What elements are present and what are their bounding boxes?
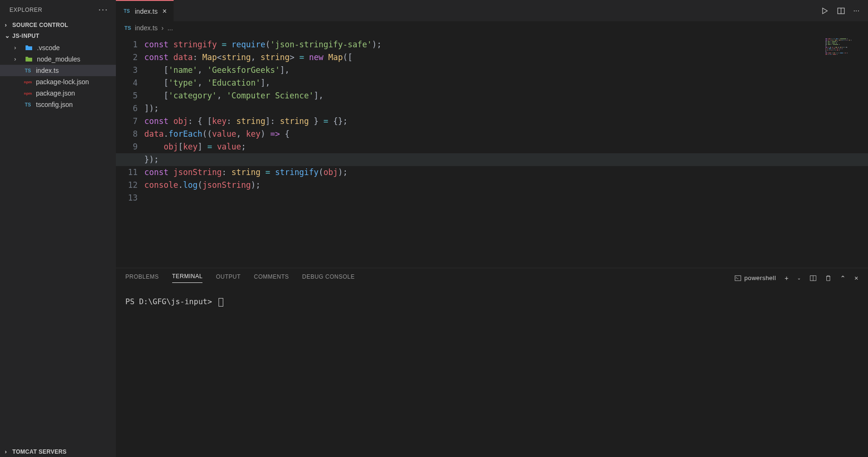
explorer-sidebar: EXPLORER ··· › SOURCE CONTROL ⌄ JS-INPUT… [0,0,116,457]
breadcrumb[interactable]: TS index.ts › ... [116,21,868,35]
section-tomcat[interactable]: › TOMCAT SERVERS [0,446,116,457]
code-line[interactable]: obj[key] = value; [144,141,868,153]
folder-item[interactable]: ›.vscode [0,42,116,53]
code-line[interactable]: const jsonString: string = stringify(obj… [144,166,868,179]
split-editor-icon[interactable] [837,7,845,15]
panel-tab-problems[interactable]: PROBLEMS [125,273,159,283]
panel-tab-debug-console[interactable]: DEBUG CONSOLE [302,273,355,283]
code-line[interactable]: const data: Map<string, string> = new Ma… [144,51,868,64]
item-label: package.json [36,89,75,97]
item-label: .vscode [37,44,60,52]
folder-icon [25,55,33,63]
line-number: 12 [116,179,138,192]
line-number: 7 [116,115,138,128]
folder-item[interactable]: ›node_modules [0,53,116,65]
file-item[interactable]: TSindex.ts [0,65,116,76]
line-number: 11 [116,166,138,179]
section-label: TOMCAT SERVERS [12,448,67,455]
code-line[interactable]: console.log(jsonString); [144,179,868,192]
ts-icon: TS [24,100,32,109]
line-number: 4 [116,77,138,89]
terminal-dropdown-icon[interactable]: ⌄ [797,275,801,281]
close-panel-icon[interactable]: × [854,274,859,282]
code-line[interactable]: const stringify = require('json-stringif… [144,38,868,51]
tab-indexts[interactable]: TS index.ts × [116,0,174,21]
line-number: 8 [116,128,138,141]
line-number: 3 [116,64,138,77]
terminal-cursor [219,298,223,307]
code-line[interactable]: data.forEach((value, key) => { [144,128,868,141]
shell-label: powershell [744,274,776,281]
line-number: 6 [116,102,138,115]
section-label: SOURCE CONTROL [12,22,68,28]
line-gutter: 12345678910111213 [116,35,144,268]
split-terminal-icon[interactable] [810,275,816,281]
tabs-bar: TS index.ts × ··· [116,0,868,21]
tabs-actions: ··· [813,7,868,15]
line-number: 1 [116,38,138,51]
breadcrumb-file: index.ts [135,24,158,32]
breadcrumb-separator: › [161,24,164,32]
chevron-right-icon: › [5,448,12,455]
code-line[interactable]: ['name', 'GeeksforGeeks'], [144,64,868,77]
line-number: 5 [116,89,138,102]
item-label: tsconfig.json [36,101,73,108]
ts-icon: TS [124,25,131,31]
panel-tabs: PROBLEMSTERMINALOUTPUTCOMMENTSDEBUG CONS… [116,268,868,288]
line-number: 9 [116,141,138,153]
shell-select[interactable]: powershell [735,274,776,281]
terminal-prompt: PS D:\GFG\js-input> [125,297,212,306]
svg-rect-2 [735,275,741,281]
breadcrumb-more: ... [167,24,173,32]
ts-icon: TS [24,66,32,75]
file-item[interactable]: npmpackage.json [0,88,116,99]
explorer-more-icon[interactable]: ··· [98,5,108,15]
file-item[interactable]: TStsconfig.json [0,99,116,110]
code-line[interactable]: }); [144,153,868,166]
item-label: index.ts [36,67,59,74]
code-line[interactable] [144,192,868,204]
chevron-up-icon[interactable]: ⌃ [840,274,846,282]
panel-actions: powershell + ⌄ ⌃ × [735,274,859,282]
line-number: 13 [116,192,138,204]
trash-icon[interactable] [825,275,832,281]
npm-icon: npm [24,89,32,97]
folder-icon [25,44,33,52]
section-source-control[interactable]: › SOURCE CONTROL [0,19,116,30]
chevron-right-icon: › [5,21,12,28]
section-label: JS-INPUT [12,33,39,39]
file-item[interactable]: npmpackage-lock.json [0,76,116,88]
code-line[interactable]: ['category', 'Computer Science'], [144,89,868,102]
explorer-header: EXPLORER ··· [0,0,116,19]
bottom-panel: PROBLEMSTERMINALOUTPUTCOMMENTSDEBUG CONS… [116,268,868,457]
explorer-title: EXPLORER [9,7,42,13]
panel-tab-output[interactable]: OUTPUT [216,273,240,283]
tab-label: index.ts [135,8,158,15]
ts-icon: TS [123,7,131,16]
code-area[interactable]: const stringify = require('json-stringif… [144,35,868,268]
code-line[interactable]: ['type', 'Education'], [144,77,868,89]
editor[interactable]: 12345678910111213 const stringify = requ… [116,35,868,268]
item-label: package-lock.json [36,78,89,86]
chevron-right-icon: › [14,56,21,62]
file-tree: ›.vscode›node_modulesTSindex.tsnpmpackag… [0,41,116,446]
main-area: TS index.ts × ··· TS index.ts › ... 1234… [116,0,868,457]
new-terminal-icon[interactable]: + [785,274,789,282]
line-number: 2 [116,51,138,64]
close-icon[interactable]: × [162,7,167,16]
terminal[interactable]: PS D:\GFG\js-input> [116,288,868,457]
chevron-right-icon: › [14,44,21,51]
chevron-down-icon: ⌄ [5,32,12,39]
panel-tab-terminal[interactable]: TERMINAL [172,273,203,283]
more-icon[interactable]: ··· [853,7,859,15]
section-project[interactable]: ⌄ JS-INPUT [0,30,116,41]
panel-tab-comments[interactable]: COMMENTS [254,273,289,283]
code-line[interactable]: ]); [144,102,868,115]
code-line[interactable]: const obj: { [key: string]: string } = {… [144,115,868,128]
run-icon[interactable] [821,7,829,15]
item-label: node_modules [37,55,80,63]
npm-icon: npm [24,78,32,86]
